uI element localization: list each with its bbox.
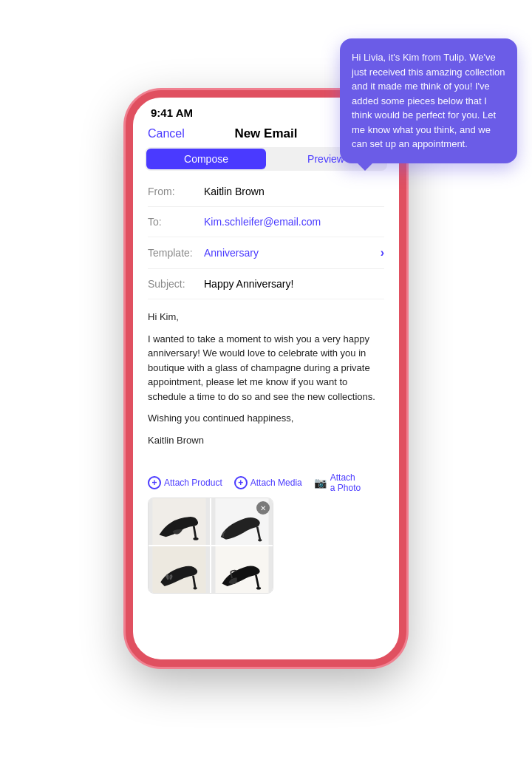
image-cell-1 [149,498,210,545]
svg-point-13 [256,587,261,590]
callout-text: Hi Livia, it's Kim from Tulip. We've jus… [352,52,505,149]
cancel-button[interactable]: Cancel [148,127,185,140]
attach-photo-label: Attacha Photo [330,472,361,493]
chevron-right-icon[interactable]: › [381,246,384,259]
template-row: Template: Anniversary › [148,237,384,269]
attach-media-label: Attach Media [250,478,302,488]
camera-icon: 📷 [314,476,327,489]
subject-row: Subject: Happy Anniversary! [148,269,384,299]
email-body[interactable]: Hi Kim, I wanted to take a moment to wis… [148,299,384,465]
attach-photo-button[interactable]: 📷 Attacha Photo [314,472,361,493]
phone-shell: 9:41 AM 📶 Cancel New Email Compose Previ… [126,90,406,667]
attach-product-label: Attach Product [164,478,222,488]
attach-row: + Attach Product + Attach Media 📷 Attach… [148,465,384,498]
plus-icon-media: + [234,476,248,489]
attach-media-button[interactable]: + Attach Media [234,476,302,489]
svg-point-10 [168,576,171,579]
email-signature: Kaitlin Brown [148,433,384,448]
plus-icon-product: + [148,476,161,489]
form-content: From: Kaitlin Brown To: Kim.schleifer@em… [133,177,399,659]
page-title: New Email [234,126,297,141]
email-paragraph1: I wanted to take a moment to wish you a … [148,332,384,404]
subject-label: Subject: [148,278,198,290]
from-label: From: [148,186,198,197]
to-value[interactable]: Kim.schleifer@email.com [204,216,384,228]
attached-media-container: ✕ [148,498,273,594]
scene: Hi Livia, it's Kim from Tulip. We've jus… [0,0,532,757]
template-label: Template: [148,247,198,259]
to-row: To: Kim.schleifer@email.com [148,207,384,237]
subject-value[interactable]: Happy Anniversary! [204,278,384,290]
template-value[interactable]: Anniversary [204,247,375,259]
svg-point-9 [193,587,197,590]
attach-product-button[interactable]: + Attach Product [148,476,222,489]
tab-compose[interactable]: Compose [146,149,266,169]
phone-screen: 9:41 AM 📶 Cancel New Email Compose Previ… [133,98,399,659]
image-cell-3 [149,546,210,593]
close-attachment-button[interactable]: ✕ [256,501,270,515]
to-label: To: [148,216,198,228]
from-row: From: Kaitlin Brown [148,177,384,207]
svg-point-6 [258,539,262,542]
status-time: 9:41 AM [151,106,193,119]
email-greeting: Hi Kim, [148,310,384,325]
email-closing: Wishing you continued happiness, [148,411,384,426]
callout-tooltip: Hi Livia, it's Kim from Tulip. We've jus… [340,38,517,163]
image-grid [149,498,273,593]
svg-point-2 [193,537,198,540]
from-value: Kaitlin Brown [204,186,384,197]
image-cell-4 [211,546,273,593]
